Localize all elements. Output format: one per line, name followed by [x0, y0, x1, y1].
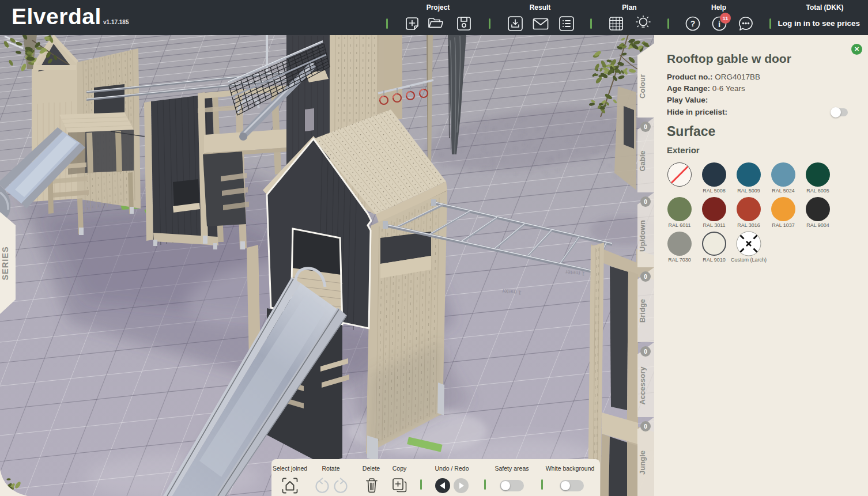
svg-text:Bridge: Bridge — [638, 299, 647, 323]
svg-text:0: 0 — [644, 274, 647, 280]
svg-text:0: 0 — [644, 349, 647, 355]
svg-text:0: 0 — [644, 124, 647, 130]
svg-text:Accessory: Accessory — [638, 366, 647, 405]
svg-text:Up/down: Up/down — [638, 220, 647, 252]
svg-text:0: 0 — [644, 423, 647, 430]
svg-text:Jungle: Jungle — [638, 450, 647, 475]
svg-text:Colour: Colour — [638, 74, 647, 99]
svg-text:Gable: Gable — [638, 150, 647, 171]
svg-text:?: ? — [690, 19, 696, 28]
svg-text:SERIES: SERIES — [1, 246, 10, 280]
svg-text:0: 0 — [644, 199, 647, 205]
